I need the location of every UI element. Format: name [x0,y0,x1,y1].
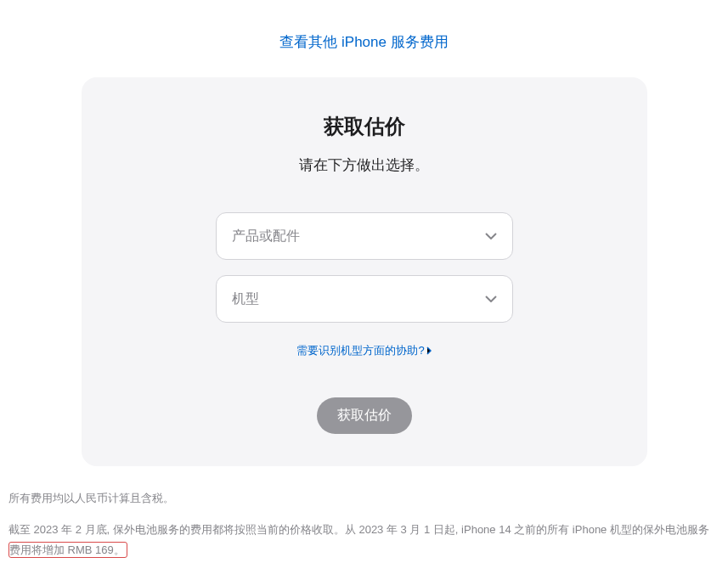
note-price-change-part1: 截至 2023 年 2 月底, 保外电池服务的费用都将按照当前的价格收取。从 2… [8,523,709,536]
product-select[interactable]: 产品或配件 [216,212,513,260]
chevron-down-icon [485,230,497,242]
model-select[interactable]: 机型 [216,275,513,323]
get-estimate-button[interactable]: 获取估价 [317,397,412,434]
estimate-card: 获取估价 请在下方做出选择。 产品或配件 机型 需要识别机型方面的协助? 获取估… [82,77,647,466]
other-service-fee-link[interactable]: 查看其他 iPhone 服务费用 [279,34,448,50]
note-currency: 所有费用均以人民币计算且含税。 [8,488,720,508]
price-highlight: 费用将增加 RMB 169。 [8,542,127,558]
product-select-placeholder: 产品或配件 [232,228,300,245]
note-price-change: 截至 2023 年 2 月底, 保外电池服务的费用都将按照当前的价格收取。从 2… [8,520,720,560]
chevron-down-icon [485,293,497,305]
model-select-placeholder: 机型 [232,290,259,308]
card-subtitle: 请在下方做出选择。 [116,155,613,175]
top-link-wrapper: 查看其他 iPhone 服务费用 [8,0,720,77]
help-link-label: 需要识别机型方面的协助? [296,343,424,358]
help-identify-model-link[interactable]: 需要识别机型方面的协助? [296,343,431,358]
card-title: 获取估价 [116,113,613,140]
chevron-right-icon [426,345,432,358]
footer-notes: 所有费用均以人民币计算且含税。 截至 2023 年 2 月底, 保外电池服务的费… [8,466,720,560]
